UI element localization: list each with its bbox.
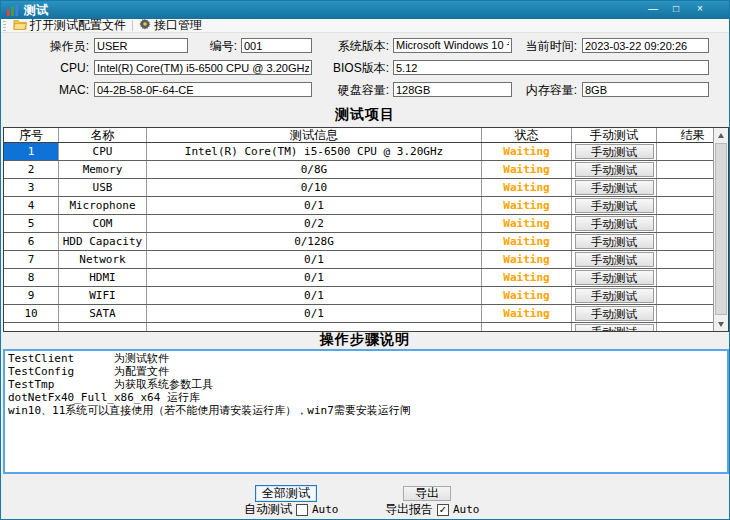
row-name-cell[interactable]: Microphone: [59, 197, 147, 214]
export-report-option-label[interactable]: Auto: [453, 503, 480, 516]
scrollbar-down-button[interactable]: [714, 317, 728, 331]
row-number-cell[interactable]: 1: [4, 143, 59, 160]
export-button[interactable]: 导出: [403, 486, 451, 501]
row-status-cell[interactable]: Waiting: [482, 143, 572, 160]
scrollbar-thumb[interactable]: [715, 143, 727, 315]
row-name-cell[interactable]: SATA: [59, 305, 147, 322]
row-name-cell[interactable]: HDMI: [59, 269, 147, 286]
row-info-cell[interactable]: 0/2: [147, 215, 482, 232]
os-version-field[interactable]: [393, 38, 512, 53]
row-status-cell[interactable]: Waiting: [482, 233, 572, 250]
manual-test-button[interactable]: 手动测试: [575, 324, 654, 331]
row-number-cell[interactable]: 6: [4, 233, 59, 250]
row-info-cell[interactable]: 0/10: [147, 179, 482, 196]
row-status-cell[interactable]: Waiting: [482, 269, 572, 286]
row-number-cell[interactable]: [4, 323, 59, 331]
row-name-cell[interactable]: HDD Capacity: [59, 233, 147, 250]
auto-test-label: 自动测试: [244, 501, 292, 518]
interface-mgmt-label: 接口管理: [154, 17, 202, 34]
manual-test-cell: 手动测试: [572, 323, 657, 331]
manual-test-cell: 手动测试: [572, 251, 657, 268]
export-report-checkbox[interactable]: ✓: [437, 504, 449, 516]
row-status-cell[interactable]: Waiting: [482, 305, 572, 322]
manual-test-button[interactable]: 手动测试: [575, 180, 654, 195]
steps-text[interactable]: TestClient 为测试软件TestConfig 为配置文件TestTmp …: [3, 349, 729, 474]
interface-mgmt-button[interactable]: 接口管理: [135, 19, 206, 33]
down-arrow-icon: [718, 322, 724, 327]
row-name-cell[interactable]: Network: [59, 251, 147, 268]
manual-test-button[interactable]: 手动测试: [575, 252, 654, 267]
column-header-status: 状态: [482, 128, 572, 142]
manual-test-button[interactable]: 手动测试: [575, 234, 654, 249]
export-report-label: 导出报告: [385, 501, 433, 518]
bios-version-field[interactable]: [393, 60, 709, 75]
operator-field[interactable]: [94, 38, 188, 53]
row-info-cell[interactable]: 0/1: [147, 305, 482, 322]
manual-test-button[interactable]: 手动测试: [575, 288, 654, 303]
row-name-cell[interactable]: WIFI: [59, 287, 147, 304]
row-info-cell[interactable]: [147, 323, 482, 331]
steps-line: dotNetFx40_Full_x86_x64 运行库: [8, 391, 724, 404]
test-all-button[interactable]: 全部测试: [255, 485, 317, 502]
row-status-cell[interactable]: Waiting: [482, 197, 572, 214]
maximize-button[interactable]: □: [667, 2, 685, 16]
row-name-cell[interactable]: [59, 323, 147, 331]
row-info-cell[interactable]: 0/8G: [147, 161, 482, 178]
row-info-cell[interactable]: 0/1: [147, 287, 482, 304]
row-status-cell[interactable]: [482, 323, 572, 331]
auto-test-checkbox[interactable]: [296, 504, 308, 516]
row-number-cell[interactable]: 2: [4, 161, 59, 178]
row-number-cell[interactable]: 8: [4, 269, 59, 286]
table-row: 10SATA0/1Waiting手动测试: [4, 305, 728, 323]
column-header-manual: 手动测试: [572, 128, 657, 142]
manual-test-cell: 手动测试: [572, 161, 657, 178]
row-name-cell[interactable]: COM: [59, 215, 147, 232]
test-table-body: 1CPUIntel(R) Core(TM) i5-6500 CPU @ 3.20…: [4, 143, 728, 331]
cpu-field[interactable]: [94, 60, 312, 75]
row-status-cell[interactable]: Waiting: [482, 179, 572, 196]
column-header-name: 名称: [59, 128, 147, 142]
bios-version-label: BIOS版本:: [319, 61, 389, 76]
steps-line: TestConfig 为配置文件: [8, 365, 724, 378]
close-button[interactable]: ×: [691, 2, 709, 16]
table-row: 手动测试: [4, 323, 728, 331]
manual-test-cell: 手动测试: [572, 197, 657, 214]
auto-test-option-label[interactable]: Auto: [312, 503, 339, 516]
open-config-button[interactable]: 打开测试配置文件: [9, 19, 130, 33]
row-name-cell[interactable]: CPU: [59, 143, 147, 160]
row-status-cell[interactable]: Waiting: [482, 215, 572, 232]
row-number-cell[interactable]: 7: [4, 251, 59, 268]
row-name-cell[interactable]: Memory: [59, 161, 147, 178]
scrollbar-up-button[interactable]: [714, 128, 728, 142]
manual-test-button[interactable]: 手动测试: [575, 198, 654, 213]
row-number-cell[interactable]: 10: [4, 305, 59, 322]
row-number-cell[interactable]: 3: [4, 179, 59, 196]
ram-capacity-field[interactable]: [582, 82, 709, 97]
current-time-field[interactable]: [582, 38, 709, 53]
manual-test-button[interactable]: 手动测试: [575, 216, 654, 231]
column-header-no: 序号: [4, 128, 59, 142]
row-number-cell[interactable]: 5: [4, 215, 59, 232]
row-status-cell[interactable]: Waiting: [482, 161, 572, 178]
row-number-cell[interactable]: 4: [4, 197, 59, 214]
row-info-cell[interactable]: 0/128G: [147, 233, 482, 250]
row-info-cell[interactable]: 0/1: [147, 197, 482, 214]
number-field[interactable]: [241, 38, 312, 53]
toolbar: 打开测试配置文件 接口管理: [1, 19, 729, 33]
mac-field[interactable]: [94, 82, 312, 97]
table-row: 7Network0/1Waiting手动测试: [4, 251, 728, 269]
manual-test-button[interactable]: 手动测试: [575, 270, 654, 285]
row-info-cell[interactable]: Intel(R) Core(TM) i5-6500 CPU @ 3.20GHz: [147, 143, 482, 160]
minimize-button[interactable]: —: [644, 2, 662, 16]
row-name-cell[interactable]: USB: [59, 179, 147, 196]
row-status-cell[interactable]: Waiting: [482, 251, 572, 268]
row-info-cell[interactable]: 0/1: [147, 251, 482, 268]
manual-test-button[interactable]: 手动测试: [575, 306, 654, 321]
manual-test-button[interactable]: 手动测试: [575, 162, 654, 177]
hdd-capacity-field[interactable]: [393, 82, 512, 97]
table-scrollbar[interactable]: [713, 128, 728, 331]
row-status-cell[interactable]: Waiting: [482, 287, 572, 304]
row-info-cell[interactable]: 0/1: [147, 269, 482, 286]
manual-test-button[interactable]: 手动测试: [575, 144, 654, 159]
row-number-cell[interactable]: 9: [4, 287, 59, 304]
